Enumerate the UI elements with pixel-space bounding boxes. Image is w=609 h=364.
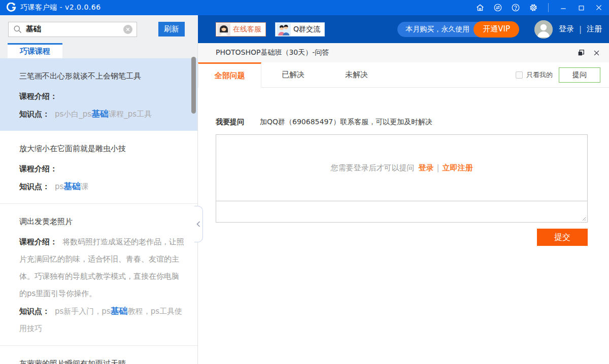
course-list-item[interactable]: 三笔画不出心形就谈不上会钢笔工具 课程介绍： 知识点：ps小白_ps基础课程_p… bbox=[0, 58, 197, 131]
maximize-icon[interactable] bbox=[576, 3, 586, 13]
group-chat-icon bbox=[277, 23, 291, 35]
knowledge-points: ps小白_ps基础课程_ps工具 bbox=[55, 110, 152, 119]
home-icon[interactable] bbox=[475, 3, 485, 13]
app-title: 巧课客户端 - v2.0.0.66 bbox=[20, 3, 101, 12]
sidebar-collapse-handle[interactable] bbox=[194, 206, 203, 242]
close-icon[interactable] bbox=[594, 3, 604, 13]
knowledge-label: 知识点： bbox=[19, 110, 50, 119]
knowledge-points: ps基础课 bbox=[55, 182, 88, 191]
sync-icon[interactable] bbox=[493, 3, 503, 13]
window-titlebar: 巧课客户端 - v2.0.0.66 bbox=[0, 0, 609, 15]
search-icon bbox=[13, 24, 22, 34]
service-agent-icon bbox=[217, 23, 230, 35]
course-list: 三笔画不出心形就谈不上会钢笔工具 课程介绍： 知识点：ps小白_ps基础课程_p… bbox=[0, 58, 197, 364]
chevron-left-icon bbox=[196, 221, 200, 227]
qq-group-label: Q群交流 bbox=[293, 25, 320, 34]
intro-label: 课程介绍： bbox=[19, 92, 57, 101]
tab-qiaoke-courses[interactable]: 巧课课程 bbox=[8, 43, 62, 58]
online-service-label: 在线客服 bbox=[233, 25, 261, 34]
panel-close-icon[interactable] bbox=[592, 48, 601, 57]
qq-group-hint: 加QQ群（690685497）联系客服，可以更加及时解决 bbox=[260, 118, 432, 127]
ask-form-label: 我要提问 bbox=[216, 118, 244, 127]
avatar[interactable] bbox=[534, 20, 553, 39]
open-vip-button[interactable]: 开通VIP bbox=[473, 21, 519, 38]
highlighted-keyword: 基础 bbox=[91, 108, 109, 119]
course-title: 调出发黄老照片 bbox=[19, 213, 184, 230]
tab-all-questions[interactable]: 全部问题 bbox=[198, 62, 261, 88]
account-topbar: 在线客服 Q群交流 本月购买，永久使用 开通VIP bbox=[198, 15, 609, 43]
course-title: 放大缩小在它面前就是雕虫小技 bbox=[19, 140, 184, 157]
course-sidebar: 巧课课程 三笔画不出心形就谈不上会钢笔工具 课程介绍： 知识点：ps小白_ps基… bbox=[0, 43, 198, 364]
overlay-register-link[interactable]: 立即注册 bbox=[443, 163, 473, 173]
tab-resolved[interactable]: 已解决 bbox=[261, 62, 325, 87]
only-mine-toggle[interactable]: 只看我的 bbox=[516, 62, 553, 87]
login-link[interactable]: 登录 bbox=[559, 24, 574, 34]
auth-divider: | bbox=[579, 25, 582, 34]
intro-label: 课程介绍： bbox=[19, 237, 57, 246]
course-title: 灰蒙蒙的照片瞬间有如雨过天晴 bbox=[19, 355, 184, 364]
knowledge-label: 知识点： bbox=[19, 182, 50, 191]
highlighted-keyword: 基础 bbox=[111, 306, 128, 316]
sidebar-search-area: 刷新 bbox=[0, 15, 198, 43]
only-mine-label: 只看我的 bbox=[526, 70, 553, 80]
help-icon[interactable] bbox=[511, 3, 521, 13]
titlebar-separator bbox=[548, 3, 549, 12]
restore-window-icon[interactable] bbox=[577, 48, 586, 57]
course-title: 三笔画不出心形就谈不上会钢笔工具 bbox=[19, 67, 184, 85]
login-required-text: 您需要登录后才可以提问 bbox=[330, 163, 414, 173]
tab-unresolved[interactable]: 未解决 bbox=[325, 62, 388, 87]
open-vip-label: 开通VIP bbox=[483, 24, 510, 34]
ask-question-button[interactable]: 提问 bbox=[559, 67, 600, 83]
question-editor-overlay: 您需要登录后才可以提问 登录 | 立即注册 bbox=[216, 134, 588, 201]
course-list-item[interactable]: 调出发黄老照片 课程介绍：将数码照打造成返还的老作品，让照片充满回忆的韵味，适合… bbox=[0, 204, 197, 346]
qa-panel-title: PHOTOSHOP基础班（30天）-问答 bbox=[216, 48, 329, 57]
course-list-item[interactable]: 放大缩小在它面前就是雕虫小技 课程介绍： 知识点：ps基础课 bbox=[0, 131, 197, 204]
highlighted-keyword: 基础 bbox=[63, 181, 81, 191]
course-intro: 将数码照打造成返还的老作品，让照片充满回忆的韵味，适合怀旧、青春、友谊的主体。巧… bbox=[19, 237, 184, 298]
search-box[interactable] bbox=[8, 22, 137, 37]
overlay-login-link[interactable]: 登录 bbox=[418, 163, 433, 173]
course-list-item[interactable]: 灰蒙蒙的照片瞬间有如雨过天晴 课程介绍：简单实用的ps风景处理技巧，可以将灰蒙蒙… bbox=[0, 346, 197, 364]
refresh-button[interactable]: 刷新 bbox=[158, 22, 185, 37]
settings-icon[interactable] bbox=[528, 3, 538, 13]
promo-text: 本月购买，永久使用 bbox=[405, 25, 469, 34]
search-input[interactable] bbox=[26, 25, 123, 34]
question-input[interactable] bbox=[216, 201, 587, 222]
minimize-icon[interactable] bbox=[558, 3, 568, 13]
register-link[interactable]: 注册 bbox=[587, 24, 602, 34]
only-mine-checkbox[interactable] bbox=[516, 71, 523, 79]
online-service-button[interactable]: 在线客服 bbox=[216, 22, 266, 37]
submit-button[interactable]: 提交 bbox=[537, 229, 588, 246]
knowledge-label: 知识点： bbox=[19, 307, 50, 316]
sidebar-scrollbar[interactable] bbox=[191, 57, 196, 114]
overlay-divider: | bbox=[436, 163, 439, 172]
qq-group-button[interactable]: Q群交流 bbox=[275, 22, 325, 37]
clear-search-icon[interactable] bbox=[123, 25, 132, 34]
intro-label: 课程介绍： bbox=[19, 164, 57, 173]
resize-grip-icon[interactable] bbox=[581, 216, 586, 221]
app-logo-icon bbox=[6, 3, 16, 13]
qa-panel: PHOTOSHOP基础班（30天）-问答 全部问题 已解决 未解决 只看我的 提… bbox=[198, 43, 609, 364]
